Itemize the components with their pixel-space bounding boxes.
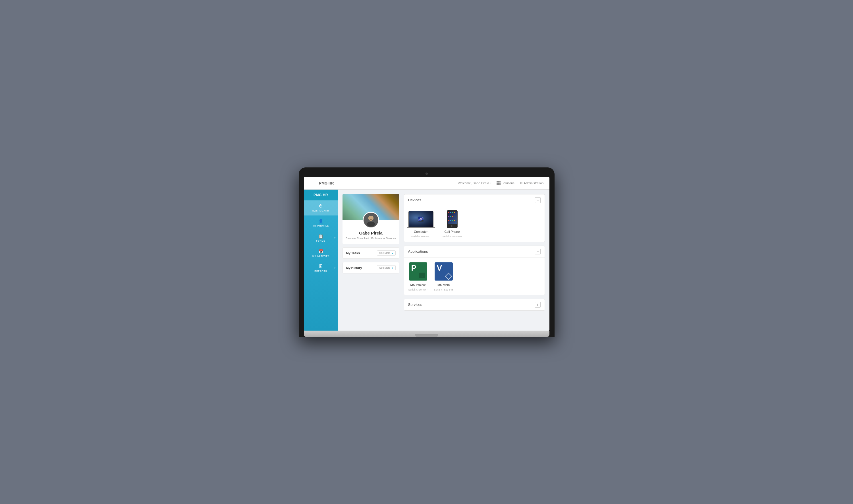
calendar-icon: 📅 xyxy=(319,249,324,254)
grid-icon xyxy=(496,181,501,185)
services-card: Services + xyxy=(404,299,545,311)
svg-point-5 xyxy=(371,217,373,218)
phone-image xyxy=(439,210,465,228)
ms-project-serial: Serial #: SW-547 xyxy=(409,288,428,291)
app-container: PMG HR Welcome, Gabe Pirela ▾ Solutions xyxy=(304,177,549,330)
arrow-right-icon: ▶ xyxy=(392,252,393,254)
sidebar-label-my-activity: MY ACTIVITY xyxy=(312,255,329,257)
svg-point-3 xyxy=(368,215,374,221)
welcome-text: Welcome, Gabe Pirela xyxy=(458,181,489,185)
right-column: Devices − 🌌 xyxy=(404,194,545,326)
clipboard-icon: 📋 xyxy=(319,234,324,238)
services-toggle-button[interactable]: + xyxy=(535,302,541,308)
profile-title: Business Consultant | Professional Servi… xyxy=(343,236,399,244)
profile-card: Gabe Pirela Business Consultant | Profes… xyxy=(343,194,399,244)
sidebar-label-forms: FORMS xyxy=(316,240,325,242)
ms-project-name: MS Project xyxy=(411,283,426,287)
gear-icon: ⚙ xyxy=(520,181,523,185)
header-right: Welcome, Gabe Pirela ▾ Solutions ⚙ Ad xyxy=(458,181,544,185)
ms-visio-serial: Serial #: SW-548 xyxy=(434,288,453,291)
sidebar: PMG HR ⏱ DASHBOARD 👤 MY PROFILE 📋 FORMS … xyxy=(304,190,338,330)
laptop-icon: 🌌 xyxy=(409,211,434,228)
svg-point-4 xyxy=(369,217,370,218)
arrow-right-icon-history: ▶ xyxy=(392,267,393,269)
ms-project-icon-wrap: ↓ xyxy=(408,262,428,282)
visio-diamond-icon xyxy=(445,273,452,280)
tasks-see-more-text: See More xyxy=(379,252,390,254)
applications-toggle-button[interactable]: − xyxy=(535,249,541,254)
devices-toggle-button[interactable]: − xyxy=(535,197,541,203)
applications-card-header: Applications − xyxy=(404,246,545,257)
solutions-label: Solutions xyxy=(502,181,514,185)
computer-name: Computer xyxy=(414,230,428,233)
ms-visio-icon xyxy=(435,263,453,281)
laptop-frame: PMG HR Welcome, Gabe Pirela ▾ Solutions xyxy=(299,167,555,337)
devices-card-body: 🌌 Computer Serial #: HW-551 xyxy=(404,206,545,242)
profile-name: Gabe Pirela xyxy=(343,231,399,235)
history-see-more-button[interactable]: See More ▶ xyxy=(377,265,395,270)
main-content: PMG HR ⏱ DASHBOARD 👤 MY PROFILE 📋 FORMS … xyxy=(304,190,549,330)
sidebar-label-reports: REPORTS xyxy=(314,270,327,272)
avatar xyxy=(363,212,379,228)
ms-visio-icon-wrap xyxy=(434,262,454,282)
user-icon: 👤 xyxy=(319,219,324,223)
device-item-phone: Cell Phone Serial #: HW-546 xyxy=(439,210,465,238)
top-header: PMG HR Welcome, Gabe Pirela ▾ Solutions xyxy=(304,177,549,190)
profile-avatar-wrap xyxy=(343,212,399,228)
ms-project-icon: ↓ xyxy=(409,263,427,281)
devices-card-header: Devices − xyxy=(404,195,545,206)
page-content: Gabe Pirela Business Consultant | Profes… xyxy=(338,190,549,330)
admin-label: Administration xyxy=(524,181,544,185)
history-see-more-text: See More xyxy=(379,266,390,269)
phone-screen xyxy=(448,212,457,224)
history-label: My History xyxy=(346,266,362,269)
app-logo: PMG HR xyxy=(310,181,344,185)
solutions-link[interactable]: Solutions xyxy=(496,181,514,185)
sidebar-item-dashboard[interactable]: ⏱ DASHBOARD xyxy=(304,200,338,215)
computer-serial: Serial #: HW-551 xyxy=(411,235,430,238)
laptop-screen: 🌌 xyxy=(409,211,433,227)
tasks-label: My Tasks xyxy=(346,251,360,255)
camera-dot xyxy=(425,173,428,175)
left-column: Gabe Pirela Business Consultant | Profes… xyxy=(343,194,399,326)
sidebar-item-reports[interactable]: 🗄 REPORTS ▾ xyxy=(304,261,338,276)
devices-card: Devices − 🌌 xyxy=(404,194,545,242)
tasks-see-more-button[interactable]: See More ▶ xyxy=(377,250,395,255)
app-item-ms-visio: MS Visio Serial #: SW-548 xyxy=(434,262,454,291)
phone-serial: Serial #: HW-546 xyxy=(442,235,461,238)
services-title: Services xyxy=(408,303,422,307)
history-widget: My History See More ▶ xyxy=(343,262,399,273)
chevron-right-icon-reports: ▾ xyxy=(334,267,336,269)
clock-icon: ⏱ xyxy=(319,204,323,209)
sidebar-label-dashboard: DASHBOARD xyxy=(312,210,329,212)
ms-visio-name: MS Visio xyxy=(437,283,450,287)
svg-point-2 xyxy=(367,221,375,227)
computer-image: 🌌 xyxy=(408,210,434,228)
applications-card-body: ↓ MS Project Serial #: SW-547 xyxy=(404,257,545,295)
applications-card: Applications − ↓ xyxy=(404,246,545,295)
database-icon: 🗄 xyxy=(319,264,323,269)
services-card-header: Services + xyxy=(404,299,545,310)
trackpad-notch xyxy=(415,334,438,337)
welcome-user[interactable]: Welcome, Gabe Pirela ▾ xyxy=(458,181,491,185)
chevron-down-icon: ▾ xyxy=(490,182,491,184)
sidebar-item-forms[interactable]: 📋 FORMS ▾ xyxy=(304,231,338,246)
applications-title: Applications xyxy=(408,249,428,254)
tasks-widget: My Tasks See More ▶ xyxy=(343,247,399,259)
devices-title: Devices xyxy=(408,198,421,202)
screen: PMG HR Welcome, Gabe Pirela ▾ Solutions xyxy=(304,177,549,330)
app-item-ms-project: ↓ MS Project Serial #: SW-547 xyxy=(408,262,428,291)
sidebar-logo: PMG HR xyxy=(304,190,338,200)
administration-link[interactable]: ⚙ Administration xyxy=(520,181,544,185)
sidebar-label-my-profile: MY PROFILE xyxy=(313,224,329,227)
phone-home-button xyxy=(451,225,453,227)
ms-project-arrow-icon: ↓ xyxy=(419,273,425,278)
phone-icon xyxy=(447,210,458,228)
chevron-right-icon: ▾ xyxy=(334,237,336,239)
device-item-computer: 🌌 Computer Serial #: HW-551 xyxy=(408,210,434,238)
phone-name: Cell Phone xyxy=(444,230,460,233)
sidebar-item-my-activity[interactable]: 📅 MY ACTIVITY xyxy=(304,246,338,261)
sidebar-item-my-profile[interactable]: 👤 MY PROFILE xyxy=(304,215,338,231)
laptop-bottom xyxy=(304,330,549,337)
